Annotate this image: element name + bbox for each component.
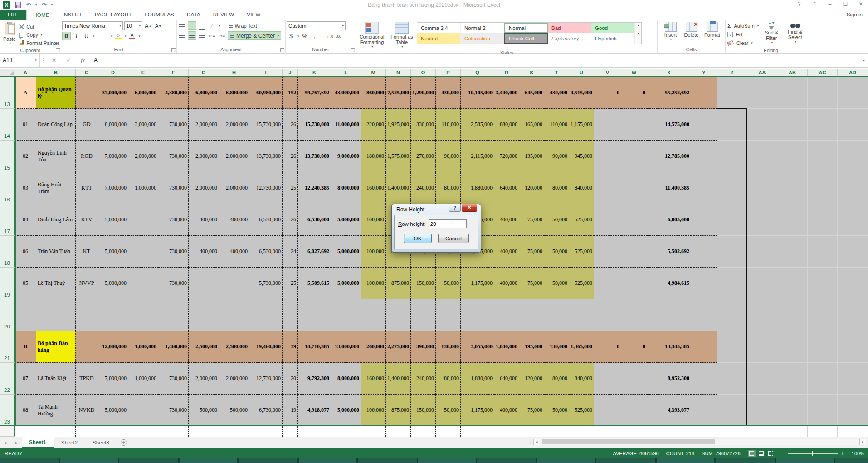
cell-C15[interactable]: P.GD [76, 141, 98, 172]
cell-C19[interactable]: NVVP [76, 268, 98, 299]
cell-I22[interactable]: 12,730,000 [249, 363, 283, 395]
zoom-out-icon[interactable]: − [782, 450, 786, 457]
font-size-dropdown-icon[interactable]: ▾ [139, 24, 141, 28]
cell-AC21[interactable] [808, 331, 838, 363]
cell-N24[interactable] [386, 426, 411, 437]
font-family-combo[interactable]: Times New Roma ▾ [62, 21, 123, 30]
cell-R22[interactable]: 640,000 [494, 363, 519, 395]
cell-G17[interactable]: 400,000 [189, 204, 219, 236]
cell-AB24[interactable] [777, 426, 808, 437]
cell-B21[interactable]: Bộ phận Bán hàng [36, 331, 76, 363]
scroll-right-icon[interactable]: ▸ [859, 439, 866, 445]
cell-A20[interactable] [15, 299, 36, 331]
cell-L24[interactable] [331, 426, 361, 437]
cell-X24[interactable] [647, 426, 691, 437]
normal-view-icon[interactable] [748, 450, 756, 457]
cell-C18[interactable]: KT [76, 236, 98, 268]
cell-AA24[interactable] [747, 426, 777, 437]
cell-E14[interactable]: 3,000,000 [128, 109, 158, 141]
cell-B17[interactable]: Đinh Tùng Lâm [36, 204, 76, 236]
cell-S23[interactable]: 75,000 [519, 395, 544, 426]
cell-K19[interactable]: 5,509,615 [298, 268, 331, 299]
clipboard-dialog-launcher-icon[interactable] [56, 48, 60, 52]
cell-M18[interactable]: 100,000 [361, 236, 386, 268]
cell-F13[interactable]: 4,380,000 [158, 77, 189, 109]
cell-L23[interactable]: 5,000,000 [331, 395, 361, 426]
cell-K15[interactable]: 13,730,000 [298, 141, 331, 172]
delete-dropdown-icon[interactable]: ▾ [691, 38, 693, 41]
cell-AC22[interactable] [808, 363, 838, 395]
cell-Q23[interactable]: 1,175,000 [461, 395, 494, 426]
cell-M20[interactable] [361, 299, 386, 331]
cell-C13[interactable] [76, 77, 98, 109]
cell-F16[interactable]: 730,000 [158, 172, 189, 204]
cut-button[interactable]: Cut [18, 23, 60, 31]
copy-button[interactable]: Copy▾ [18, 31, 60, 39]
insert-function-icon[interactable]: fx [81, 57, 85, 64]
cell-Z22[interactable] [717, 363, 747, 395]
cell-Z16[interactable] [717, 172, 747, 204]
cell-T20[interactable] [544, 299, 569, 331]
cell-R21[interactable]: 1,040,000 [494, 331, 519, 363]
insert-dropdown-icon[interactable]: ▾ [670, 38, 672, 41]
cell-W19[interactable] [621, 268, 647, 299]
cell-J14[interactable]: 26 [283, 109, 298, 141]
cell-Z17[interactable] [717, 204, 747, 236]
cell-J13[interactable]: 152 [283, 77, 298, 109]
row-header-22[interactable]: 22 [0, 363, 15, 395]
cell-X20[interactable] [647, 299, 691, 331]
cell-G16[interactable]: 2,000,000 [189, 172, 219, 204]
style-check-cell[interactable]: Check Cell [504, 33, 548, 44]
cell-A17[interactable]: 04 [15, 204, 36, 236]
gallery-down-icon[interactable]: ▾ [638, 32, 639, 35]
cell-B15[interactable]: Nguyễn Linh Tôn [36, 141, 76, 172]
style-comma-2-4[interactable]: Comma 2 4 [417, 23, 461, 33]
cell-E18[interactable] [128, 236, 158, 268]
cell-D21[interactable]: 12,000,000 [98, 331, 128, 363]
cell-K24[interactable] [298, 426, 331, 437]
cell-W24[interactable] [621, 426, 647, 437]
merge-center-button[interactable]: Merge & Center ▾ [228, 31, 281, 40]
style-neutral[interactable]: Neutral [417, 33, 461, 44]
cell-AB15[interactable] [777, 141, 808, 172]
cell-AC23[interactable] [808, 395, 838, 426]
cell-T14[interactable]: 110,000 [544, 109, 569, 141]
wrap-text-button[interactable]: Wrap Text [228, 22, 258, 30]
cell-U22[interactable]: 840,000 [569, 363, 594, 395]
cell-X19[interactable]: 4,984,615 [647, 268, 691, 299]
sort-filter-dropdown-icon[interactable]: ▾ [771, 41, 773, 44]
cell-J23[interactable]: 19 [283, 395, 298, 426]
fill-dropdown-icon[interactable]: ▾ [745, 33, 747, 36]
insert-cells-button[interactable]: Insert ▾ [660, 21, 681, 42]
cell-T18[interactable]: 50,000 [544, 236, 569, 268]
cell-Y22[interactable] [691, 363, 717, 395]
cell-R19[interactable]: 400,000 [494, 268, 519, 299]
cell-AA13[interactable] [747, 77, 777, 109]
cell-S13[interactable]: 645,000 [519, 77, 544, 109]
cell-A13[interactable]: A [15, 77, 36, 109]
row-header-13[interactable]: 13 [0, 77, 15, 109]
cell-X15[interactable]: 12,785,000 [647, 141, 691, 172]
tab-home[interactable]: HOME [26, 10, 56, 20]
increase-indent-button[interactable]: ⇥≡ [218, 31, 226, 40]
cell-A19[interactable]: 05 [15, 268, 36, 299]
cell-L16[interactable]: 8,000,000 [331, 172, 361, 204]
format-painter-button[interactable]: Format Painter [18, 39, 60, 47]
format-as-table-button[interactable]: Format as Table ▾ [387, 21, 417, 49]
cell-P15[interactable]: 90,000 [436, 141, 461, 172]
row-header-15[interactable]: 15 [0, 141, 15, 172]
cell-Q22[interactable]: 1,880,000 [461, 363, 494, 395]
cell-J18[interactable]: 24 [283, 236, 298, 268]
cell-W16[interactable] [621, 172, 647, 204]
cell-O23[interactable]: 150,000 [411, 395, 436, 426]
cell-B14[interactable]: Đoàn Công Lập [36, 109, 76, 141]
cell-V19[interactable] [594, 268, 621, 299]
cell-I19[interactable]: 5,730,000 [249, 268, 283, 299]
cell-R13[interactable]: 3,440,000 [494, 77, 519, 109]
cell-T13[interactable]: 430,000 [544, 77, 569, 109]
cell-V20[interactable] [594, 299, 621, 331]
cell-I13[interactable]: 60,980,000 [249, 77, 283, 109]
alignment-dialog-launcher-icon[interactable] [280, 48, 284, 52]
cell-Q21[interactable]: 3,055,000 [461, 331, 494, 363]
style-explanatory-[interactable]: Explanatory ... [548, 33, 591, 44]
